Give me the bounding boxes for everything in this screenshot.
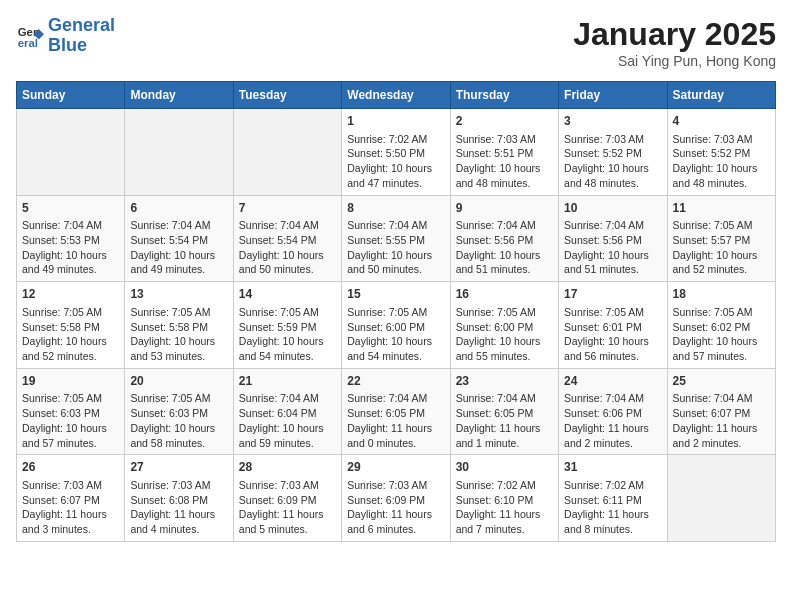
month-title: January 2025 <box>573 16 776 53</box>
day-number: 18 <box>673 286 770 303</box>
logo: Gen eral General Blue <box>16 16 115 56</box>
calendar-cell <box>233 109 341 196</box>
day-number: 26 <box>22 459 119 476</box>
day-info: Sunrise: 7:03 AM Sunset: 5:51 PM Dayligh… <box>456 132 553 191</box>
day-info: Sunrise: 7:05 AM Sunset: 6:03 PM Dayligh… <box>22 391 119 450</box>
calendar-cell: 6Sunrise: 7:04 AM Sunset: 5:54 PM Daylig… <box>125 195 233 282</box>
day-number: 11 <box>673 200 770 217</box>
day-number: 10 <box>564 200 661 217</box>
calendar-table: SundayMondayTuesdayWednesdayThursdayFrid… <box>16 81 776 542</box>
day-number: 19 <box>22 373 119 390</box>
day-number: 8 <box>347 200 444 217</box>
day-info: Sunrise: 7:04 AM Sunset: 5:53 PM Dayligh… <box>22 218 119 277</box>
week-row-4: 19Sunrise: 7:05 AM Sunset: 6:03 PM Dayli… <box>17 368 776 455</box>
day-info: Sunrise: 7:05 AM Sunset: 6:03 PM Dayligh… <box>130 391 227 450</box>
calendar-cell: 10Sunrise: 7:04 AM Sunset: 5:56 PM Dayli… <box>559 195 667 282</box>
day-number: 7 <box>239 200 336 217</box>
day-number: 2 <box>456 113 553 130</box>
day-info: Sunrise: 7:05 AM Sunset: 5:59 PM Dayligh… <box>239 305 336 364</box>
day-info: Sunrise: 7:02 AM Sunset: 6:10 PM Dayligh… <box>456 478 553 537</box>
calendar-cell: 25Sunrise: 7:04 AM Sunset: 6:07 PM Dayli… <box>667 368 775 455</box>
weekday-header-row: SundayMondayTuesdayWednesdayThursdayFrid… <box>17 82 776 109</box>
day-number: 27 <box>130 459 227 476</box>
calendar-cell: 28Sunrise: 7:03 AM Sunset: 6:09 PM Dayli… <box>233 455 341 542</box>
weekday-header-sunday: Sunday <box>17 82 125 109</box>
day-info: Sunrise: 7:02 AM Sunset: 5:50 PM Dayligh… <box>347 132 444 191</box>
day-number: 17 <box>564 286 661 303</box>
week-row-2: 5Sunrise: 7:04 AM Sunset: 5:53 PM Daylig… <box>17 195 776 282</box>
page-header: Gen eral General Blue January 2025 Sai Y… <box>16 16 776 69</box>
day-info: Sunrise: 7:03 AM Sunset: 5:52 PM Dayligh… <box>673 132 770 191</box>
day-number: 22 <box>347 373 444 390</box>
day-info: Sunrise: 7:04 AM Sunset: 6:04 PM Dayligh… <box>239 391 336 450</box>
day-number: 15 <box>347 286 444 303</box>
day-info: Sunrise: 7:05 AM Sunset: 6:02 PM Dayligh… <box>673 305 770 364</box>
weekday-header-wednesday: Wednesday <box>342 82 450 109</box>
day-info: Sunrise: 7:03 AM Sunset: 6:09 PM Dayligh… <box>347 478 444 537</box>
calendar-cell: 11Sunrise: 7:05 AM Sunset: 5:57 PM Dayli… <box>667 195 775 282</box>
location-subtitle: Sai Ying Pun, Hong Kong <box>573 53 776 69</box>
week-row-1: 1Sunrise: 7:02 AM Sunset: 5:50 PM Daylig… <box>17 109 776 196</box>
day-info: Sunrise: 7:04 AM Sunset: 5:56 PM Dayligh… <box>564 218 661 277</box>
calendar-cell: 19Sunrise: 7:05 AM Sunset: 6:03 PM Dayli… <box>17 368 125 455</box>
day-info: Sunrise: 7:05 AM Sunset: 6:00 PM Dayligh… <box>347 305 444 364</box>
day-number: 4 <box>673 113 770 130</box>
day-info: Sunrise: 7:05 AM Sunset: 6:00 PM Dayligh… <box>456 305 553 364</box>
calendar-cell: 31Sunrise: 7:02 AM Sunset: 6:11 PM Dayli… <box>559 455 667 542</box>
week-row-5: 26Sunrise: 7:03 AM Sunset: 6:07 PM Dayli… <box>17 455 776 542</box>
day-number: 9 <box>456 200 553 217</box>
day-info: Sunrise: 7:05 AM Sunset: 5:57 PM Dayligh… <box>673 218 770 277</box>
day-number: 1 <box>347 113 444 130</box>
day-number: 16 <box>456 286 553 303</box>
calendar-cell: 3Sunrise: 7:03 AM Sunset: 5:52 PM Daylig… <box>559 109 667 196</box>
day-info: Sunrise: 7:04 AM Sunset: 6:05 PM Dayligh… <box>456 391 553 450</box>
logo-general: General <box>48 15 115 35</box>
day-number: 25 <box>673 373 770 390</box>
calendar-cell: 2Sunrise: 7:03 AM Sunset: 5:51 PM Daylig… <box>450 109 558 196</box>
weekday-header-saturday: Saturday <box>667 82 775 109</box>
day-info: Sunrise: 7:04 AM Sunset: 5:54 PM Dayligh… <box>130 218 227 277</box>
day-number: 24 <box>564 373 661 390</box>
day-number: 6 <box>130 200 227 217</box>
calendar-cell: 12Sunrise: 7:05 AM Sunset: 5:58 PM Dayli… <box>17 282 125 369</box>
calendar-cell: 22Sunrise: 7:04 AM Sunset: 6:05 PM Dayli… <box>342 368 450 455</box>
day-number: 14 <box>239 286 336 303</box>
calendar-cell: 15Sunrise: 7:05 AM Sunset: 6:00 PM Dayli… <box>342 282 450 369</box>
day-info: Sunrise: 7:04 AM Sunset: 5:54 PM Dayligh… <box>239 218 336 277</box>
calendar-cell: 20Sunrise: 7:05 AM Sunset: 6:03 PM Dayli… <box>125 368 233 455</box>
calendar-cell: 29Sunrise: 7:03 AM Sunset: 6:09 PM Dayli… <box>342 455 450 542</box>
day-number: 12 <box>22 286 119 303</box>
week-row-3: 12Sunrise: 7:05 AM Sunset: 5:58 PM Dayli… <box>17 282 776 369</box>
calendar-cell: 16Sunrise: 7:05 AM Sunset: 6:00 PM Dayli… <box>450 282 558 369</box>
calendar-cell: 30Sunrise: 7:02 AM Sunset: 6:10 PM Dayli… <box>450 455 558 542</box>
day-number: 23 <box>456 373 553 390</box>
calendar-cell: 7Sunrise: 7:04 AM Sunset: 5:54 PM Daylig… <box>233 195 341 282</box>
logo-blue: Blue <box>48 35 87 55</box>
day-number: 21 <box>239 373 336 390</box>
weekday-header-friday: Friday <box>559 82 667 109</box>
calendar-cell: 23Sunrise: 7:04 AM Sunset: 6:05 PM Dayli… <box>450 368 558 455</box>
calendar-cell: 27Sunrise: 7:03 AM Sunset: 6:08 PM Dayli… <box>125 455 233 542</box>
calendar-cell <box>667 455 775 542</box>
day-number: 5 <box>22 200 119 217</box>
calendar-cell <box>17 109 125 196</box>
day-number: 28 <box>239 459 336 476</box>
calendar-cell: 21Sunrise: 7:04 AM Sunset: 6:04 PM Dayli… <box>233 368 341 455</box>
calendar-cell: 5Sunrise: 7:04 AM Sunset: 5:53 PM Daylig… <box>17 195 125 282</box>
day-info: Sunrise: 7:04 AM Sunset: 6:06 PM Dayligh… <box>564 391 661 450</box>
day-info: Sunrise: 7:05 AM Sunset: 6:01 PM Dayligh… <box>564 305 661 364</box>
day-info: Sunrise: 7:04 AM Sunset: 5:55 PM Dayligh… <box>347 218 444 277</box>
day-info: Sunrise: 7:04 AM Sunset: 6:05 PM Dayligh… <box>347 391 444 450</box>
calendar-cell: 13Sunrise: 7:05 AM Sunset: 5:58 PM Dayli… <box>125 282 233 369</box>
svg-text:eral: eral <box>18 36 38 48</box>
day-number: 31 <box>564 459 661 476</box>
calendar-cell: 8Sunrise: 7:04 AM Sunset: 5:55 PM Daylig… <box>342 195 450 282</box>
logo-icon: Gen eral <box>16 22 44 50</box>
weekday-header-thursday: Thursday <box>450 82 558 109</box>
day-info: Sunrise: 7:05 AM Sunset: 5:58 PM Dayligh… <box>22 305 119 364</box>
calendar-cell: 18Sunrise: 7:05 AM Sunset: 6:02 PM Dayli… <box>667 282 775 369</box>
calendar-cell: 14Sunrise: 7:05 AM Sunset: 5:59 PM Dayli… <box>233 282 341 369</box>
calendar-cell: 1Sunrise: 7:02 AM Sunset: 5:50 PM Daylig… <box>342 109 450 196</box>
day-info: Sunrise: 7:02 AM Sunset: 6:11 PM Dayligh… <box>564 478 661 537</box>
calendar-cell <box>125 109 233 196</box>
